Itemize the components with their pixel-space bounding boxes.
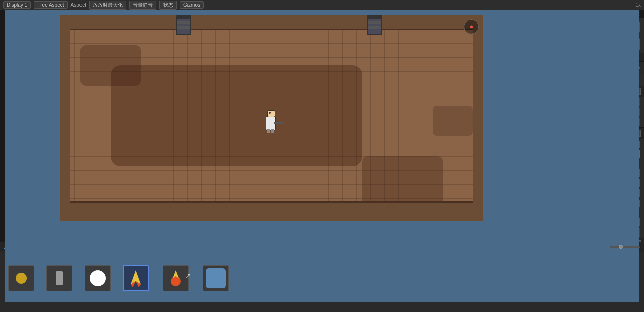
decor-patch-3 (433, 106, 473, 136)
rocket-svg-icon (129, 269, 143, 287)
size-slider[interactable] (610, 246, 640, 248)
aspect-label: Aspect (71, 2, 87, 8)
scene-wall-top (60, 15, 483, 30)
asset-thumb-explosion (85, 265, 111, 291)
mute-btn[interactable]: 音量静音 (129, 1, 156, 10)
size-slider-group (610, 246, 640, 248)
scene-wall-bottom (60, 201, 483, 221)
size-slider-thumb[interactable] (619, 245, 623, 249)
player-sprite (262, 113, 280, 133)
player-gun (274, 122, 284, 124)
main-area: ⊕ ☰ 打开预制件 ! 打开预制件以获完整的编辑工作体. Root in Pre… (0, 10, 644, 242)
aspect-btn[interactable]: Free Aspect (34, 1, 67, 9)
tower-right (367, 15, 382, 35)
bullet-icon (16, 273, 27, 284)
scene-outer: ⊕ (5, 10, 639, 242)
maximize-btn[interactable]: 放放时最大化 (89, 1, 126, 10)
asset-thumb-rocketexpl (163, 265, 189, 291)
asset-thumb-bullet (8, 265, 34, 291)
scale-label: 1x (635, 2, 641, 8)
scene-wall-right (473, 15, 483, 221)
gizmos-btn[interactable]: Gizmos (180, 1, 204, 9)
player-head (267, 110, 275, 117)
smoke-icon (206, 268, 226, 288)
svg-marker-0 (131, 270, 141, 284)
explosion-icon (90, 270, 106, 286)
game-scene: ⊕ (60, 15, 483, 221)
asset-thumb-rocket (123, 265, 149, 291)
tower-left (176, 15, 191, 35)
decor-patch-2 (362, 156, 443, 206)
rocketexpl-svg-icon (169, 269, 183, 287)
scene-panel: ⊕ (0, 10, 498, 242)
display-btn[interactable]: Display 1 (3, 1, 31, 9)
scene-darker-area (111, 65, 362, 166)
top-toolbar: Display 1 Free Aspect Aspect 放放时最大化 音量静音… (0, 0, 644, 10)
scene-wall-left (60, 15, 70, 221)
decor-patch-1 (80, 45, 141, 86)
asset-thumb-smoke (203, 265, 229, 291)
bulletshell-icon (56, 271, 63, 285)
stats-btn[interactable]: 状态 (159, 1, 177, 10)
asset-thumb-bulletshell (46, 265, 72, 291)
svg-point-3 (171, 276, 181, 286)
scene-gizmo: ⊕ (464, 19, 479, 34)
